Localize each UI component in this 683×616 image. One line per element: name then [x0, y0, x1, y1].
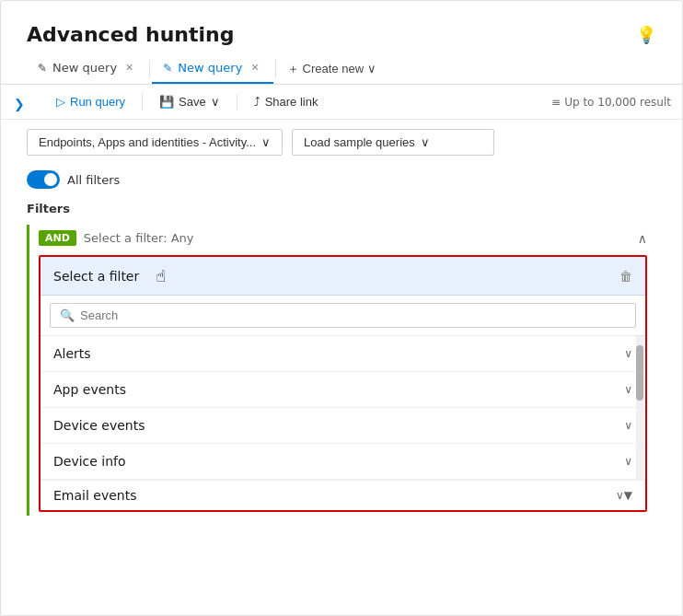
save-button[interactable]: 💾 Save ∨ [150, 90, 229, 113]
filter-item-label-1: App events [53, 382, 126, 397]
query-area: Endpoints, Apps and identities - Activit… [1, 120, 682, 165]
filters-toggle: All filters [1, 165, 682, 194]
cursor-icon: ☝ [156, 266, 166, 285]
results-label: Up to 10,000 result [564, 96, 671, 109]
filters-section: Filters AND Select a filter: Any ∧ Selec… [1, 194, 682, 523]
play-icon: ▷ [56, 95, 65, 109]
save-icon: 💾 [159, 95, 174, 109]
and-badge: AND [39, 230, 76, 246]
tab-new-query-1[interactable]: ✎ New query ✕ [27, 53, 147, 84]
plus-icon: ＋ [287, 61, 299, 77]
filter-dropdown[interactable]: Endpoints, Apps and identities - Activit… [27, 129, 283, 156]
share-link-button[interactable]: ⤴ Share link [245, 90, 328, 113]
list-item[interactable]: Device info ∨ [41, 444, 645, 480]
tab-label-2: New query [178, 61, 242, 75]
chevron-down-icon-1: ∨ [624, 383, 632, 396]
filter-item-label-4: Email events [53, 488, 136, 503]
chevron-down-icon-4: ∨▼ [616, 489, 632, 502]
run-query-button[interactable]: ▷ Run query [47, 90, 134, 113]
sample-queries-chevron: ∨ [421, 135, 430, 149]
toolbar: ▷ Run query 💾 Save ∨ ⤴ Share link ≡ Up t… [1, 85, 682, 120]
list-item[interactable]: Device events ∨ [41, 408, 645, 444]
create-new-button[interactable]: ＋ Create new ∨ [278, 55, 386, 83]
sample-queries-label: Load sample queries [304, 135, 415, 149]
save-label: Save [179, 95, 206, 109]
results-limit: ≡ Up to 10,000 result [551, 96, 671, 109]
share-link-label: Share link [265, 95, 318, 109]
sample-queries-dropdown[interactable]: Load sample queries ∨ [292, 129, 494, 156]
filter-select-header: Select a filter ☝ 🗑 [41, 257, 645, 296]
list-item[interactable]: Alerts ∨ [41, 336, 645, 372]
page-header: Advanced hunting 💡 [1, 1, 682, 53]
filter-dropdown-label: Endpoints, Apps and identities - Activit… [39, 135, 256, 149]
create-new-label: Create new [303, 62, 364, 76]
share-icon: ⤴ [254, 95, 260, 109]
tab-new-query-2[interactable]: ✎ New query ✕ [152, 53, 272, 84]
tabs-bar: ✎ New query ✕ ✎ New query ✕ ＋ Create new… [1, 53, 682, 85]
filter-item-label-0: Alerts [53, 346, 91, 361]
chevron-down-icon-3: ∨ [624, 455, 632, 468]
page-title: Advanced hunting [27, 23, 234, 46]
app-window: Advanced hunting 💡 ✎ New query ✕ ✎ New q… [0, 0, 683, 616]
toolbar-separator-2 [237, 94, 237, 110]
and-header: AND Select a filter: Any ∧ [29, 225, 656, 251]
filters-section-label: Filters [27, 202, 656, 215]
filter-dropdown-chevron: ∨ [261, 135, 271, 149]
run-query-label: Run query [70, 95, 125, 109]
search-icon: 🔍 [60, 308, 75, 322]
filter-search: 🔍 [41, 296, 645, 336]
edit-icon-1: ✎ [38, 62, 47, 75]
filter-search-input-wrapper: 🔍 [50, 303, 636, 328]
filter-list: Alerts ∨ App events ∨ Device events ∨ De… [41, 336, 645, 480]
toolbar-separator-1 [142, 94, 143, 110]
tab-divider [149, 60, 150, 78]
and-collapse-button[interactable]: ∧ [638, 231, 647, 246]
tab-divider-2 [275, 60, 276, 78]
results-icon: ≡ [551, 96, 561, 109]
all-filters-label: All filters [67, 173, 120, 187]
search-input[interactable] [80, 308, 626, 322]
tab-close-2[interactable]: ✕ [248, 61, 261, 75]
filter-select-label: Select a filter [53, 269, 139, 284]
save-chevron: ∨ [211, 95, 220, 109]
filter-delete-icon[interactable]: 🗑 [619, 269, 632, 284]
chevron-down-icon-2: ∨ [624, 419, 632, 432]
all-filters-toggle[interactable] [27, 170, 60, 189]
list-item[interactable]: App events ∨ [41, 372, 645, 408]
filter-item-label-3: Device info [53, 454, 126, 469]
collapse-button[interactable]: ❯ [14, 97, 25, 111]
tab-close-1[interactable]: ✕ [122, 61, 136, 75]
tab-label-1: New query [52, 61, 117, 75]
and-group: AND Select a filter: Any ∧ Select a filt… [27, 225, 656, 516]
create-new-chevron: ∨ [367, 62, 376, 76]
scrollbar-track [636, 336, 643, 480]
edit-icon-2: ✎ [163, 62, 172, 75]
chevron-down-icon-0: ∨ [624, 347, 632, 360]
scrollbar-thumb[interactable] [636, 345, 643, 401]
select-filter-any: Select a filter: Any [84, 231, 194, 245]
lightbulb-icon[interactable]: 💡 [636, 25, 656, 44]
filter-dropdown-panel: Select a filter ☝ 🗑 🔍 Alerts [39, 255, 647, 512]
filter-item-label-2: Device events [53, 418, 145, 433]
toolbar-container: ❯ ▷ Run query 💾 Save ∨ ⤴ Share link ≡ Up… [1, 85, 682, 120]
filter-partial-item[interactable]: Email events ∨▼ [41, 480, 645, 510]
